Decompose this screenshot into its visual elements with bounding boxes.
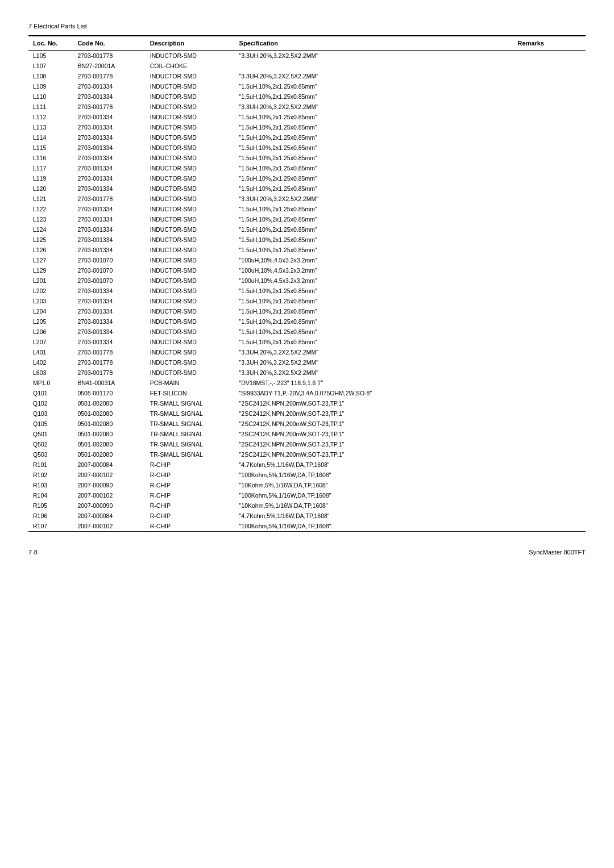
cell-loc: L402 (28, 357, 73, 368)
cell-remarks (513, 449, 586, 460)
cell-code: 2703-001334 (73, 327, 145, 337)
cell-remarks (513, 388, 586, 398)
cell-spec: "3.3UH,20%,3.2X2.5X2.2MM" (235, 368, 513, 378)
cell-spec: "4.7Kohm,5%,1/16W,DA,TP,1608" (235, 511, 513, 521)
cell-loc: R104 (28, 490, 73, 500)
cell-code: 0505-001170 (73, 388, 145, 398)
table-row: L2052703-001334INDUCTOR-SMD"1.5uH,10%,2x… (28, 316, 586, 327)
cell-spec: "3.3UH,20%,3.2X2.5X2.2MM" (235, 102, 513, 112)
cell-desc: INDUCTOR-SMD (146, 153, 235, 163)
cell-code: 0501-002080 (73, 449, 145, 460)
cell-code: 2703-001070 (73, 255, 145, 265)
cell-loc: Q103 (28, 408, 73, 419)
cell-remarks (513, 460, 586, 470)
cell-remarks (513, 398, 586, 408)
cell-loc: L117 (28, 163, 73, 173)
table-row: R1072007-000102R-CHIP"100Kohm,5%,1/16W,D… (28, 521, 586, 532)
cell-remarks (513, 429, 586, 439)
cell-spec: "2SC2412K,NPN,200mW,SOT-23,TP,1" (235, 439, 513, 449)
cell-loc: L121 (28, 194, 73, 204)
cell-desc: INDUCTOR-SMD (146, 112, 235, 122)
cell-code: 2703-001334 (73, 245, 145, 255)
cell-code: 2703-001070 (73, 276, 145, 286)
cell-spec: "1.5uH,10%,2x1.25x0.85mm" (235, 132, 513, 143)
cell-code: 2007-000102 (73, 521, 145, 532)
cell-remarks (513, 245, 586, 255)
cell-remarks (513, 439, 586, 449)
cell-spec: "3.3UH,20%,3.2X2.5X2.2MM" (235, 71, 513, 81)
cell-remarks (513, 224, 586, 235)
cell-remarks (513, 71, 586, 81)
table-row: R1012007-000084R-CHIP"4.7Kohm,5%,1/16W,D… (28, 460, 586, 470)
cell-desc: INDUCTOR-SMD (146, 245, 235, 255)
cell-remarks (513, 255, 586, 265)
cell-loc: L123 (28, 214, 73, 224)
table-row: L1052703-001778INDUCTOR-SMD"3.3UH,20%,3.… (28, 51, 586, 61)
cell-code: 2703-001334 (73, 173, 145, 183)
cell-code: 2703-001778 (73, 194, 145, 204)
cell-spec: "2SC2412K,NPN,200mW,SOT-23,TP,1" (235, 398, 513, 408)
cell-loc: L206 (28, 327, 73, 337)
cell-desc: INDUCTOR-SMD (146, 122, 235, 132)
table-row: L2032703-001334INDUCTOR-SMD"1.5uH,10%,2x… (28, 296, 586, 306)
table-row: R1052007-000090R-CHIP"10Kohm,5%,1/16W,DA… (28, 500, 586, 511)
cell-remarks (513, 204, 586, 214)
cell-spec: "2SC2412K,NPN,200mW,SOT-23,TP,1" (235, 408, 513, 419)
table-row: L1292703-001070INDUCTOR-SMD"100uH,10%,4.… (28, 265, 586, 276)
cell-loc: L105 (28, 51, 73, 61)
cell-spec: "1.5uH,10%,2x1.25x0.85mm" (235, 163, 513, 173)
table-row: Q1010505-001170FET-SILICON"SI9933ADY-T1,… (28, 388, 586, 398)
cell-spec: "1.5uH,10%,2x1.25x0.85mm" (235, 214, 513, 224)
cell-remarks (513, 143, 586, 153)
cell-loc: L202 (28, 286, 73, 296)
col-header-remarks: Remarks (513, 36, 586, 51)
cell-desc: R-CHIP (146, 490, 235, 500)
cell-remarks (513, 419, 586, 429)
cell-remarks (513, 378, 586, 388)
page-header: 7 Electrical Parts List (28, 23, 586, 30)
cell-desc: INDUCTOR-SMD (146, 296, 235, 306)
cell-loc: L119 (28, 173, 73, 183)
cell-remarks (513, 511, 586, 521)
cell-remarks (513, 112, 586, 122)
cell-remarks (513, 490, 586, 500)
cell-loc: L203 (28, 296, 73, 306)
page-number: 7-8 (28, 549, 38, 556)
cell-remarks (513, 276, 586, 286)
cell-desc: R-CHIP (146, 511, 235, 521)
table-row: L4012703-001778INDUCTOR-SMD"3.3UH,20%,3.… (28, 347, 586, 357)
cell-code: 2703-001778 (73, 347, 145, 357)
cell-desc: INDUCTOR-SMD (146, 71, 235, 81)
cell-code: 0501-002080 (73, 408, 145, 419)
cell-spec: "2SC2412K,NPN,200mW,SOT-23,TP,1" (235, 429, 513, 439)
cell-remarks (513, 408, 586, 419)
cell-desc: INDUCTOR-SMD (146, 286, 235, 296)
table-row: L1222703-001334INDUCTOR-SMD"1.5uH,10%,2x… (28, 204, 586, 214)
cell-desc: COIL-CHOKE (146, 61, 235, 71)
cell-remarks (513, 194, 586, 204)
cell-spec: "100Kohm,5%,1/16W,DA,TP,1608" (235, 521, 513, 532)
cell-desc: INDUCTOR-SMD (146, 183, 235, 194)
table-row: Q1050501-002080TR-SMALL SIGNAL"2SC2412K,… (28, 419, 586, 429)
cell-remarks (513, 296, 586, 306)
cell-spec: "100uH,10%,4.5x3.2x3.2mm" (235, 255, 513, 265)
cell-loc: L207 (28, 337, 73, 347)
cell-loc: Q105 (28, 419, 73, 429)
cell-code: 2703-001778 (73, 368, 145, 378)
cell-spec: "1.5uH,10%,2x1.25x0.85mm" (235, 143, 513, 153)
cell-spec: "1.5uH,10%,2x1.25x0.85mm" (235, 173, 513, 183)
cell-desc: INDUCTOR-SMD (146, 306, 235, 316)
cell-remarks (513, 102, 586, 112)
cell-spec: "1.5uH,10%,2x1.25x0.85mm" (235, 245, 513, 255)
cell-spec: "10Kohm,5%,1/16W,DA,TP,1608" (235, 480, 513, 490)
cell-desc: TR-SMALL SIGNAL (146, 398, 235, 408)
cell-code: 2007-000090 (73, 500, 145, 511)
table-row: L1092703-001334INDUCTOR-SMD"1.5uH,10%,2x… (28, 81, 586, 91)
cell-code: 2703-001334 (73, 296, 145, 306)
cell-loc: L114 (28, 132, 73, 143)
cell-code: 2703-001334 (73, 163, 145, 173)
cell-spec: "1.5uH,10%,2x1.25x0.85mm" (235, 235, 513, 245)
cell-spec: "1.5uH,10%,2x1.25x0.85mm" (235, 337, 513, 347)
cell-code: 2703-001334 (73, 132, 145, 143)
cell-remarks (513, 214, 586, 224)
